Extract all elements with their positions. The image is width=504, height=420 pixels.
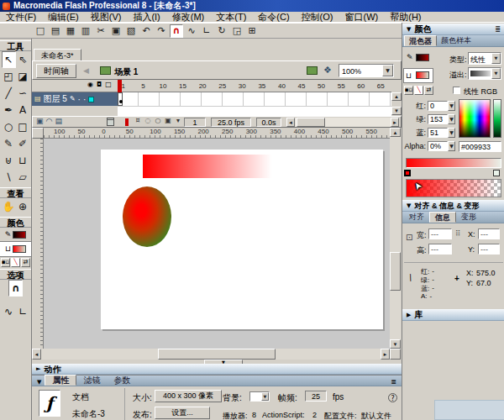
cut-icon[interactable]: ✂ — [94, 24, 108, 38]
y-field[interactable]: --- — [478, 244, 500, 255]
undo-icon[interactable]: ↶ — [139, 24, 153, 38]
background-color-swatch[interactable]: ▼ — [249, 391, 270, 402]
chevron-down-icon[interactable]: ▼ — [491, 68, 501, 79]
document-size-button[interactable]: 400 x 300 像素 — [155, 390, 222, 402]
current-frame-field[interactable]: 1 — [184, 118, 206, 127]
color-panel-tab[interactable]: 混色器 — [404, 35, 437, 46]
edit-symbols-icon[interactable]: ❖ — [323, 66, 332, 75]
playhead[interactable] — [118, 80, 122, 92]
outline-layers-icon[interactable]: □ — [105, 81, 112, 88]
layer-outline-swatch[interactable] — [88, 97, 94, 102]
property-tab[interactable]: 滤镜 — [76, 375, 107, 385]
hand-tool[interactable]: ✋ — [2, 198, 16, 215]
layer-name[interactable]: 图层 5 — [44, 93, 67, 105]
keyframe-cell[interactable] — [118, 92, 123, 106]
library-panel-header[interactable]: ▶ 库 — [402, 309, 504, 321]
align-info-tab[interactable]: 对齐 — [404, 212, 429, 223]
gradient-stop-left[interactable] — [404, 170, 411, 176]
gradient-definition-bar[interactable] — [406, 158, 501, 168]
no-color-button[interactable]: ╲ — [11, 258, 20, 267]
height-field[interactable]: --- — [428, 244, 452, 255]
timeline-scroll-left-icon[interactable]: ◄ — [286, 118, 295, 127]
edit-multiple-frames-button[interactable]: ▣ — [164, 118, 172, 124]
show-hide-layers-icon[interactable]: ◉ — [87, 81, 93, 88]
brush-tool[interactable]: ✐ — [16, 135, 30, 152]
vertical-scrollbar[interactable]: ▲ ▼ — [390, 128, 401, 349]
timeline-scroll-right-icon[interactable]: ► — [391, 118, 399, 127]
align-icon[interactable]: ⊞ — [245, 24, 259, 38]
rotate-icon[interactable]: ↻ — [215, 24, 228, 38]
swap-colors-button[interactable]: ⇄ — [424, 86, 433, 95]
color-panel-tab[interactable]: 颜色样本 — [437, 35, 475, 46]
gradient-transform-tool[interactable]: ◪ — [16, 68, 30, 85]
timeline-scrollbar-thumb[interactable] — [297, 118, 325, 127]
collapse-triangle-icon[interactable]: ▼ — [37, 380, 41, 386]
timeline-scroll-up-icon[interactable]: ▲ — [391, 92, 402, 101]
zoom-tool[interactable]: ⊕ — [16, 198, 30, 215]
help-icon[interactable]: ? — [388, 393, 397, 402]
channel-value-field[interactable]: 0 — [428, 101, 448, 111]
default-colors-button[interactable]: ▪▫ — [404, 86, 413, 95]
menu-item[interactable]: 编辑(E) — [42, 12, 85, 23]
pasteboard[interactable] — [44, 139, 390, 349]
chevron-down-icon[interactable]: ▼ — [448, 114, 455, 124]
pen-tool[interactable]: ✒ — [2, 102, 16, 118]
modify-onion-markers-button[interactable]: ▾ — [174, 118, 182, 124]
save-icon[interactable]: ▦ — [64, 24, 77, 38]
align-info-tab[interactable]: 变形 — [456, 212, 481, 223]
channel-value-field[interactable]: 51 — [428, 128, 448, 138]
menu-item[interactable]: 视图(V) — [85, 12, 128, 23]
eraser-tool[interactable]: ▱ — [16, 169, 30, 186]
swap-colors-button[interactable]: ⇄ — [21, 258, 30, 267]
insert-layer-button[interactable]: ▣ — [36, 118, 44, 125]
chevron-down-icon[interactable]: ▼ — [261, 392, 269, 401]
text-tool[interactable]: A — [16, 102, 30, 118]
width-field[interactable]: --- — [428, 228, 452, 239]
frame-rate-field[interactable]: 25.0 fps — [211, 118, 251, 127]
free-transform-tool[interactable]: ◰ — [2, 68, 16, 85]
paint-bucket-tool[interactable]: ⊔ — [16, 152, 30, 169]
lasso-tool[interactable]: ∽ — [16, 85, 30, 102]
chevron-down-icon[interactable]: ▼ — [382, 65, 393, 76]
horizontal-scrollbar-thumb[interactable] — [158, 349, 276, 360]
straighten-icon[interactable]: ∟ — [200, 24, 213, 38]
publish-settings-button[interactable]: 设置... — [155, 407, 210, 419]
menu-item[interactable]: 窗口(W) — [339, 12, 385, 23]
onion-skin-button[interactable]: ◌ — [144, 118, 152, 124]
timeline-toggle-button[interactable]: 时间轴 — [36, 64, 76, 78]
collapse-triangle-icon[interactable]: ▼ — [407, 203, 411, 209]
gradient-type-dropdown[interactable]: 线性 ▼ — [468, 52, 501, 65]
panel-menu-icon[interactable]: ≣ — [495, 26, 501, 33]
align-info-panel-header[interactable]: ▼ 对齐 & 信息 & 变形 — [402, 200, 504, 212]
fill-color-control[interactable]: ⊔ — [0, 242, 31, 256]
menu-item[interactable]: 帮助(H) — [384, 12, 427, 23]
x-field[interactable]: --- — [478, 228, 500, 239]
no-color-button[interactable]: ╲ — [414, 86, 423, 95]
timeline-scroll-down-icon[interactable]: ▼ — [391, 107, 402, 115]
panel-menu-icon[interactable]: ≣ — [391, 379, 396, 386]
zoom-level-dropdown[interactable]: 100% ▼ — [339, 64, 394, 77]
print-icon[interactable]: ▥ — [79, 24, 92, 38]
align-info-tab[interactable]: 信息 — [429, 212, 456, 223]
straighten-button[interactable]: ∟ — [16, 303, 30, 320]
expand-triangle-icon[interactable]: ► — [36, 366, 40, 372]
back-arrow-icon[interactable]: ◀ — [83, 67, 89, 75]
overflow-dropdown[interactable]: ▼ — [468, 67, 501, 80]
fill-color-swatch[interactable] — [416, 71, 429, 79]
edit-scene-icon[interactable] — [307, 66, 318, 75]
fill-color-swatch[interactable] — [13, 245, 26, 253]
line-tool[interactable]: ╱ — [2, 85, 16, 102]
linear-rgb-checkbox[interactable] — [453, 87, 460, 94]
new-document-icon[interactable]: □ — [34, 24, 47, 38]
layer-visibility-dot[interactable]: · — [78, 95, 81, 104]
open-icon[interactable]: ▤ — [49, 24, 62, 38]
gradient-rectangle-shape[interactable] — [143, 155, 277, 178]
color-picker-area[interactable] — [459, 99, 491, 138]
chevron-down-icon[interactable]: ▼ — [448, 101, 455, 111]
snap-to-objects-icon[interactable]: ∩ — [170, 24, 183, 38]
menu-item[interactable]: 文本(T) — [210, 12, 252, 23]
insert-layer-folder-button[interactable]: ▤ — [55, 118, 62, 125]
collapse-triangle-icon[interactable]: ▼ — [407, 27, 411, 33]
fill-color-control[interactable]: ⊔ — [404, 69, 433, 82]
default-colors-button[interactable]: ▪▫ — [1, 258, 10, 267]
